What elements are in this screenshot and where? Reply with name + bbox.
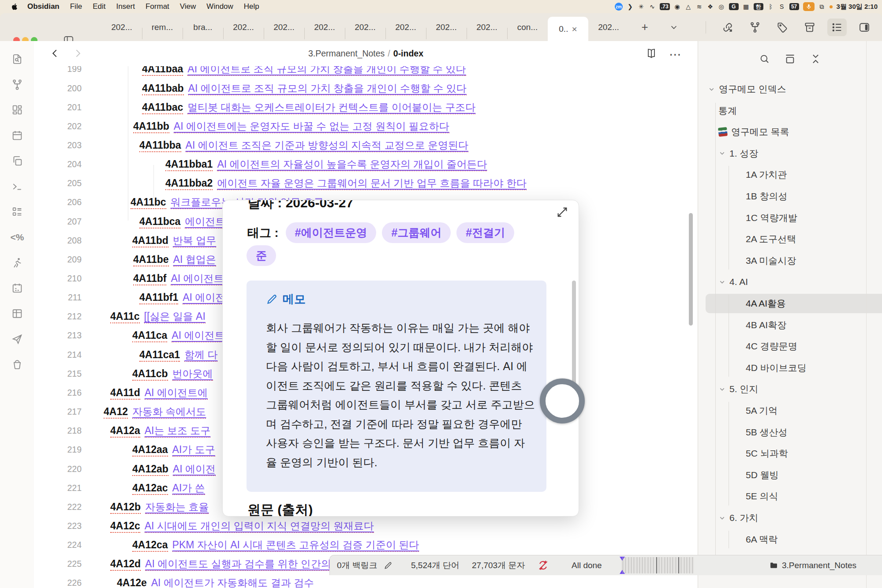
note-link[interactable]: 에이전트 자율 운영은 그룹웨어의 문서 기반 업무 흐름을 따라야 한다 [217, 177, 527, 190]
tab-10[interactable]: 202... [467, 13, 507, 41]
display-toggle-icon[interactable]: ⧉ [818, 3, 826, 11]
sidebar-item-1-성장[interactable]: 1. 성장 [718, 144, 758, 163]
note-link[interactable]: 번아웃에 [172, 368, 213, 381]
note-line[interactable]: 2234A12cAI 시대에도 개인의 입력이 지식 연결망의 원재료다 [34, 517, 698, 536]
chevron-down-icon[interactable] [718, 150, 726, 157]
note-link[interactable]: AI는 보조 도구 [145, 425, 211, 438]
record-icon[interactable]: ◎ [718, 3, 725, 11]
menu-item-help[interactable]: Help [244, 2, 259, 11]
sidebar-item-4a-ai활용[interactable]: 4A AI활용 [706, 294, 882, 313]
sidebar-item-5d-웰빙[interactable]: 5D 웰빙 [746, 465, 779, 485]
reading-view-icon[interactable] [645, 47, 658, 60]
sidebar-item-1a-가치관[interactable]: 1A 가치관 [746, 165, 787, 184]
breadcrumb-file[interactable]: 0-index [393, 49, 423, 59]
note-link[interactable]: 자동화 속에서도 [132, 406, 206, 419]
sidebar-item-4c-경량문명[interactable]: 4C 경량문명 [746, 337, 797, 356]
tab-6[interactable]: 202... [304, 13, 345, 41]
note-link[interactable]: AI 에이전트에 [145, 387, 208, 400]
sidebar-item-4b-ai확장[interactable]: 4B AI확장 [746, 315, 786, 335]
profile-icon[interactable]: ◉ [674, 3, 681, 11]
note-link[interactable]: AI 시대에도 개인의 입력이 지식 연결망의 원재료다 [145, 520, 374, 533]
sidebar-item-1c-역량개발[interactable]: 1C 역량개발 [746, 208, 797, 228]
menu-item-file[interactable]: File [70, 2, 82, 11]
tab-8[interactable]: 202... [385, 13, 426, 41]
note-link[interactable]: AI가 쓴 [172, 482, 205, 495]
note-line[interactable]: 2014A11bac멀티봇 대화는 오케스트레이터가 컨텍스트를 이어붙이는 구… [34, 98, 698, 117]
sidebar-item-5-인지[interactable]: 5. 인지 [718, 379, 758, 399]
color-picker-icon[interactable]: ❖ [707, 3, 714, 11]
search-icon[interactable] [756, 51, 772, 67]
new-tab-button[interactable]: + [636, 13, 654, 41]
tag-pill-wrap[interactable]: 준 [247, 245, 276, 266]
note-link[interactable]: AI 에이전트로 조직 규모의 가치 창출을 개인이 수행할 수 있다 [188, 82, 467, 95]
vault-item[interactable]: 3.Permanent_Notes [769, 555, 856, 575]
breadcrumb-folder[interactable]: 3.Permanent_Notes [308, 49, 385, 59]
note-line[interactable]: 2004A11babAI 에이전트로 조직 규모의 가치 창출을 개인이 수행할… [34, 79, 698, 98]
tab-2[interactable]: rem... [142, 13, 183, 41]
menu-item-view[interactable]: View [180, 2, 196, 11]
apple-menu-icon[interactable] [11, 3, 19, 11]
note-line[interactable]: 2264A12eAI 에이전트가 자동화해도 결과 검수 [34, 573, 698, 588]
note-line[interactable]: 2054A11bba2에이전트 자율 운영은 그룹웨어의 문서 기반 업무 흐름… [34, 174, 698, 193]
tab-13[interactable]: 202... [588, 13, 629, 41]
tab-close-icon[interactable]: × [572, 24, 577, 34]
note-link[interactable]: 멀티봇 대화는 오케스트레이터가 컨텍스트를 이어붙이는 구조다 [187, 101, 475, 114]
sidebar-item-5b-생산성[interactable]: 5B 생산성 [746, 423, 788, 442]
note-line[interactable]: 1994A11baaAI 에이전트로 조직 규모의 가치 창출을 개인이 수행할… [34, 66, 698, 79]
copy-icon[interactable] [11, 154, 24, 168]
battery-73-icon[interactable]: .73 [660, 3, 670, 10]
sidebar-item-6-가치[interactable]: 6. 가치 [718, 508, 758, 528]
note-link[interactable]: 함께 다 [184, 349, 217, 362]
tab-7[interactable]: 202... [345, 13, 385, 41]
keyboard-icon[interactable]: ▦ [743, 3, 750, 11]
menu-app-name[interactable]: Obsidian [27, 2, 60, 11]
panel-right-icon[interactable] [855, 19, 874, 36]
git-fork-icon[interactable] [11, 78, 24, 91]
send-icon[interactable] [11, 333, 24, 346]
note-link[interactable]: AI가 도구 [172, 444, 215, 457]
tag-icon[interactable] [773, 19, 792, 36]
link-arrow-icon[interactable] [718, 19, 737, 36]
korean-input-icon[interactable]: 한 [754, 3, 763, 10]
chevron-down-icon[interactable] [718, 514, 726, 522]
tab-11[interactable]: con... [507, 13, 548, 41]
stack-panel-icon[interactable] [782, 51, 798, 67]
tab-12-active[interactable]: 0..× [548, 17, 588, 41]
chevron-icon[interactable]: ❯ [627, 3, 634, 11]
note-link[interactable]: 반복 업무 [173, 235, 216, 247]
menu-item-insert[interactable]: Insert [116, 2, 135, 11]
wave-icon[interactable]: ∿ [649, 3, 656, 11]
tab-3[interactable]: bra... [183, 13, 223, 41]
sidebar-item-5c-뇌과학[interactable]: 5C 뇌과학 [746, 444, 788, 463]
calendar-clock-icon[interactable] [11, 281, 24, 295]
sidebar-item-1b-창의성[interactable]: 1B 창의성 [746, 187, 788, 206]
menu-item-window[interactable]: Window [206, 2, 233, 11]
tag-pill[interactable]: #에이전트운영 [286, 222, 377, 243]
note-link[interactable]: AI 에이전트 조직은 기준과 방향성의 지속적 교정으로 운영된다 [186, 139, 468, 152]
mic-icon[interactable] [803, 2, 815, 11]
menu-item-edit[interactable]: Edit [93, 2, 105, 11]
file-search-icon[interactable] [11, 52, 24, 66]
bucket-icon[interactable] [11, 358, 24, 371]
badge-57-icon[interactable]: 57 [789, 3, 799, 10]
triangle-icon[interactable]: △ [685, 3, 692, 11]
note-line[interactable]: 2024A11bbAI 에이전트에는 운영자도 바꿀 수 없는 고정 원칙이 필… [34, 117, 698, 136]
word-count[interactable]: 5,524개 단어 [411, 555, 460, 575]
runner-icon[interactable] [11, 256, 24, 270]
note-link[interactable]: AI 에이전 [173, 463, 216, 476]
menu-item-format[interactable]: Format [146, 2, 169, 11]
tab-1[interactable]: 202... [101, 13, 142, 41]
zoom-app-icon[interactable]: zm [615, 3, 623, 11]
note-link[interactable]: AI 에이전 [183, 292, 225, 304]
tab-list-chevron-icon[interactable] [665, 13, 683, 41]
terminal-icon[interactable] [11, 180, 24, 193]
calendar-icon[interactable] [11, 129, 24, 142]
note-link[interactable]: AI 에이전트의 자율성이 높을수록 운영자의 개입이 줄어든다 [217, 158, 487, 171]
more-options-icon[interactable]: ⋯ [669, 47, 681, 62]
expand-icon[interactable] [556, 206, 569, 219]
chevron-down-icon[interactable] [708, 86, 715, 93]
sidebar-item-5a-기억[interactable]: 5A 기억 [746, 401, 777, 420]
edit-mode-icon[interactable] [384, 555, 392, 575]
backlink-count[interactable]: 0개 백링크 [337, 555, 377, 575]
sidebar-item-2a-도구선택[interactable]: 2A 도구선택 [746, 229, 796, 249]
